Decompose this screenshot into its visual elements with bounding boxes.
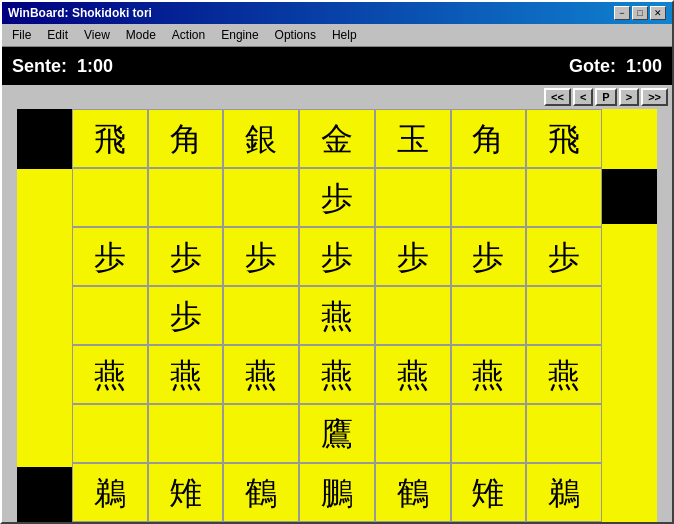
cell-1-5[interactable] xyxy=(451,168,527,227)
cell-4-4[interactable]: 燕 xyxy=(375,345,451,404)
window-title: WinBoard: Shokidoki tori xyxy=(8,6,152,20)
board-row-6: 鵜雉鶴鵬鶴雉鵜 xyxy=(72,463,602,522)
sente-time: 1:00 xyxy=(77,56,113,77)
cell-0-1[interactable]: 角 xyxy=(148,109,224,168)
right-yellow-top xyxy=(602,109,657,169)
cell-0-2[interactable]: 銀 xyxy=(223,109,299,168)
menu-item-mode[interactable]: Mode xyxy=(118,26,164,44)
cell-0-4[interactable]: 玉 xyxy=(375,109,451,168)
menu-item-action[interactable]: Action xyxy=(164,26,213,44)
cell-5-1[interactable] xyxy=(148,404,224,463)
gote-time: 1:00 xyxy=(626,56,662,77)
sente-status: Sente: 1:00 xyxy=(12,56,113,77)
right-panel xyxy=(602,109,672,522)
prev-button[interactable]: < xyxy=(573,88,593,106)
maximize-button[interactable]: □ xyxy=(632,6,648,20)
cell-1-2[interactable] xyxy=(223,168,299,227)
cell-2-4[interactable]: 歩 xyxy=(375,227,451,286)
pause-button[interactable]: P xyxy=(595,88,616,106)
cell-0-0[interactable]: 飛 xyxy=(72,109,148,168)
right-yellow-bottom xyxy=(602,224,657,522)
menu-bar: FileEditViewModeActionEngineOptionsHelp xyxy=(2,24,672,47)
cell-6-3[interactable]: 鵬 xyxy=(299,463,375,522)
cell-6-6[interactable]: 鵜 xyxy=(526,463,602,522)
status-bar: Sente: 1:00 Gote: 1:00 xyxy=(2,47,672,85)
window-controls: − □ ✕ xyxy=(614,6,666,20)
shogi-board: 飛角銀金玉角飛歩歩歩歩歩歩歩歩歩燕燕燕燕燕燕燕燕鷹鵜雉鶴鵬鶴雉鵜 xyxy=(72,109,602,522)
cell-2-5[interactable]: 歩 xyxy=(451,227,527,286)
left-black-top xyxy=(17,109,72,169)
next-button[interactable]: > xyxy=(619,88,639,106)
board-row-2: 歩歩歩歩歩歩歩 xyxy=(72,227,602,286)
cell-5-3[interactable]: 鷹 xyxy=(299,404,375,463)
cell-4-3[interactable]: 燕 xyxy=(299,345,375,404)
cell-3-3[interactable]: 燕 xyxy=(299,286,375,345)
cell-1-1[interactable] xyxy=(148,168,224,227)
last-button[interactable]: >> xyxy=(641,88,668,106)
board-area: 飛角銀金玉角飛歩歩歩歩歩歩歩歩歩燕燕燕燕燕燕燕燕鷹鵜雉鶴鵬鶴雉鵜 xyxy=(2,109,672,522)
cell-1-0[interactable] xyxy=(72,168,148,227)
menu-item-options[interactable]: Options xyxy=(267,26,324,44)
first-button[interactable]: << xyxy=(544,88,571,106)
navigation-bar: << < P > >> xyxy=(2,85,672,109)
menu-item-engine[interactable]: Engine xyxy=(213,26,266,44)
cell-5-5[interactable] xyxy=(451,404,527,463)
cell-1-6[interactable] xyxy=(526,168,602,227)
board-row-1: 歩 xyxy=(72,168,602,227)
cell-3-5[interactable] xyxy=(451,286,527,345)
cell-1-3[interactable]: 歩 xyxy=(299,168,375,227)
cell-0-3[interactable]: 金 xyxy=(299,109,375,168)
cell-5-2[interactable] xyxy=(223,404,299,463)
board-row-3: 歩燕 xyxy=(72,286,602,345)
title-bar: WinBoard: Shokidoki tori − □ ✕ xyxy=(2,2,672,24)
cell-5-0[interactable] xyxy=(72,404,148,463)
cell-2-2[interactable]: 歩 xyxy=(223,227,299,286)
minimize-button[interactable]: − xyxy=(614,6,630,20)
cell-6-4[interactable]: 鶴 xyxy=(375,463,451,522)
board-row-0: 飛角銀金玉角飛 xyxy=(72,109,602,168)
cell-4-0[interactable]: 燕 xyxy=(72,345,148,404)
left-yellow-mid xyxy=(17,169,72,467)
close-button[interactable]: ✕ xyxy=(650,6,666,20)
cell-0-6[interactable]: 飛 xyxy=(526,109,602,168)
menu-item-file[interactable]: File xyxy=(4,26,39,44)
gote-label: Gote: xyxy=(569,56,616,77)
menu-item-edit[interactable]: Edit xyxy=(39,26,76,44)
board-row-5: 鷹 xyxy=(72,404,602,463)
cell-6-2[interactable]: 鶴 xyxy=(223,463,299,522)
board-row-4: 燕燕燕燕燕燕燕 xyxy=(72,345,602,404)
cell-2-0[interactable]: 歩 xyxy=(72,227,148,286)
cell-5-4[interactable] xyxy=(375,404,451,463)
cell-2-1[interactable]: 歩 xyxy=(148,227,224,286)
cell-2-6[interactable]: 歩 xyxy=(526,227,602,286)
cell-4-2[interactable]: 燕 xyxy=(223,345,299,404)
left-panel xyxy=(2,109,72,522)
cell-6-5[interactable]: 雉 xyxy=(451,463,527,522)
cell-3-0[interactable] xyxy=(72,286,148,345)
cell-2-3[interactable]: 歩 xyxy=(299,227,375,286)
cell-3-6[interactable] xyxy=(526,286,602,345)
cell-4-5[interactable]: 燕 xyxy=(451,345,527,404)
main-window: WinBoard: Shokidoki tori − □ ✕ FileEditV… xyxy=(0,0,674,524)
cell-0-5[interactable]: 角 xyxy=(451,109,527,168)
left-black-bottom xyxy=(17,467,72,522)
cell-3-1[interactable]: 歩 xyxy=(148,286,224,345)
cell-3-2[interactable] xyxy=(223,286,299,345)
cell-6-1[interactable]: 雉 xyxy=(148,463,224,522)
menu-item-help[interactable]: Help xyxy=(324,26,365,44)
cell-6-0[interactable]: 鵜 xyxy=(72,463,148,522)
cell-3-4[interactable] xyxy=(375,286,451,345)
gote-status: Gote: 1:00 xyxy=(569,56,662,77)
cell-1-4[interactable] xyxy=(375,168,451,227)
cell-4-1[interactable]: 燕 xyxy=(148,345,224,404)
cell-5-6[interactable] xyxy=(526,404,602,463)
sente-label: Sente: xyxy=(12,56,67,77)
cell-4-6[interactable]: 燕 xyxy=(526,345,602,404)
menu-item-view[interactable]: View xyxy=(76,26,118,44)
right-black-mid xyxy=(602,169,657,224)
